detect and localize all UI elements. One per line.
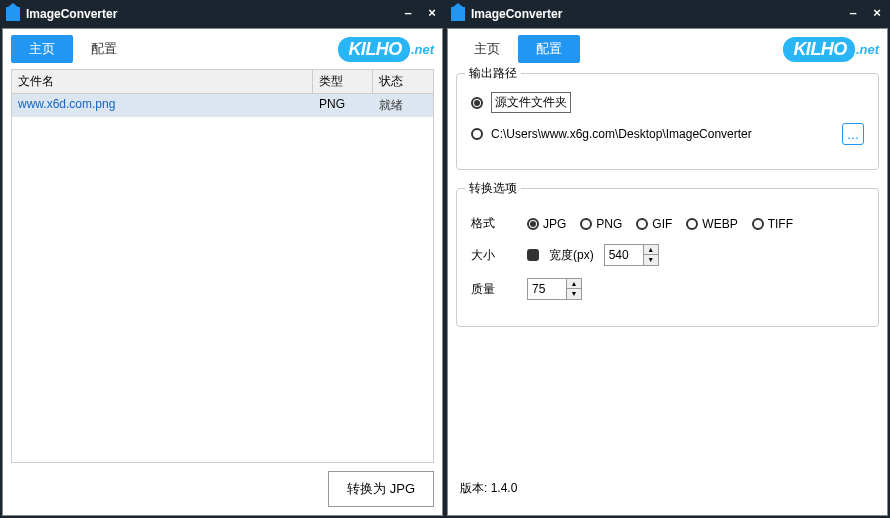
minimize-button[interactable]: – [401,7,415,21]
table-header: 文件名 类型 状态 [11,69,434,94]
radio-icon [636,218,648,230]
source-folder-label: 源文件文件夹 [491,92,571,113]
quality-input[interactable]: ▲ ▼ [527,278,582,300]
file-table[interactable]: www.x6d.com.png PNG 就绪 [11,94,434,463]
width-input[interactable]: ▲ ▼ [604,244,659,266]
tab-config[interactable]: 配置 [518,35,580,63]
format-webp[interactable]: WEBP [686,217,737,231]
width-label: 宽度(px) [549,247,594,264]
app-icon [6,7,20,21]
cell-type: PNG [313,94,373,117]
width-field[interactable] [605,248,643,262]
custom-path-text: C:\Users\www.x6g.com\Desktop\ImageConver… [491,127,752,141]
radio-source-folder[interactable] [471,97,483,109]
table-row[interactable]: www.x6d.com.png PNG 就绪 [12,94,433,117]
window-main: ImageConverter – × 主页 配置 KILHO .net 文件名 … [0,0,445,518]
width-spin-up[interactable]: ▲ [644,245,658,255]
radio-icon [580,218,592,230]
app-icon [451,7,465,21]
format-tiff[interactable]: TIFF [752,217,793,231]
col-header-status[interactable]: 状态 [373,70,433,93]
logo-suffix: .net [411,42,434,57]
logo-suffix: .net [856,42,879,57]
quality-label: 质量 [471,281,517,298]
logo[interactable]: KILHO .net [338,37,434,62]
output-path-group: 输出路径 源文件文件夹 C:\Users\www.x6g.com\Desktop… [456,73,879,170]
size-label: 大小 [471,247,517,264]
convert-options-group: 转换选项 格式 JPG PNG GIF WEBP TIFF 大小 宽度(px) [456,188,879,327]
convert-button[interactable]: 转换为 JPG [328,471,434,507]
group-title-options: 转换选项 [465,180,521,197]
logo-text: KILHO [338,37,410,62]
format-gif[interactable]: GIF [636,217,672,231]
quality-spin-down[interactable]: ▼ [567,289,581,299]
radio-icon [686,218,698,230]
tab-bar: 主页 配置 KILHO .net [3,29,442,69]
window-config: ImageConverter – × 主页 配置 KILHO .net 输出路径… [445,0,890,518]
col-header-name[interactable]: 文件名 [12,70,313,93]
logo-text: KILHO [783,37,855,62]
close-button[interactable]: × [870,7,884,21]
cell-name: www.x6d.com.png [12,94,313,117]
width-spin-down[interactable]: ▼ [644,255,658,265]
cell-status: 就绪 [373,94,433,117]
window-title: ImageConverter [26,7,401,21]
col-header-type[interactable]: 类型 [313,70,373,93]
format-png[interactable]: PNG [580,217,622,231]
format-options: JPG PNG GIF WEBP TIFF [527,217,793,231]
quality-field[interactable] [528,282,566,296]
tab-main[interactable]: 主页 [456,35,518,63]
minimize-button[interactable]: – [846,7,860,21]
titlebar[interactable]: ImageConverter – × [0,0,445,28]
format-label: 格式 [471,215,517,232]
width-checkbox[interactable] [527,249,539,261]
radio-icon [527,218,539,230]
radio-icon [752,218,764,230]
format-jpg[interactable]: JPG [527,217,566,231]
browse-button[interactable]: ... [842,123,864,145]
radio-custom-path[interactable] [471,128,483,140]
tab-bar: 主页 配置 KILHO .net [448,29,887,69]
titlebar[interactable]: ImageConverter – × [445,0,890,28]
group-title-output: 输出路径 [465,65,521,82]
window-title: ImageConverter [471,7,846,21]
logo[interactable]: KILHO .net [783,37,879,62]
close-button[interactable]: × [425,7,439,21]
tab-config[interactable]: 配置 [73,35,135,63]
version-label: 版本: 1.4.0 [456,470,879,507]
tab-main[interactable]: 主页 [11,35,73,63]
quality-spin-up[interactable]: ▲ [567,279,581,289]
